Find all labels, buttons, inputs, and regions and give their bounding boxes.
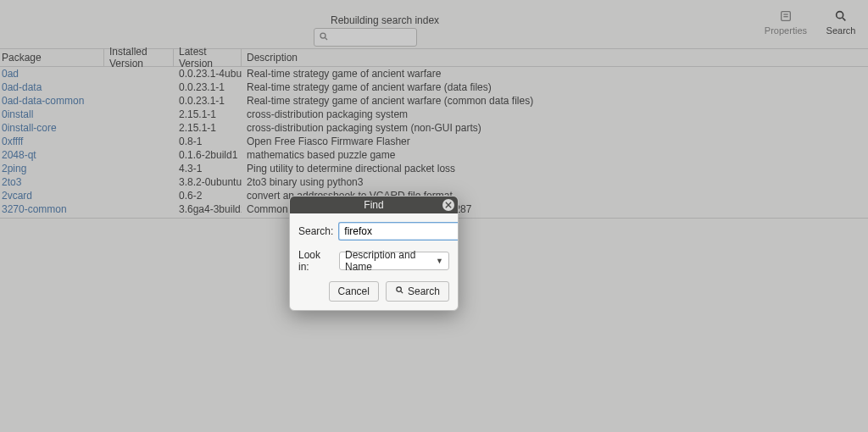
svg-point-9 xyxy=(397,287,402,292)
lookin-select[interactable]: Description and Name ▼ xyxy=(339,252,449,270)
dialog-titlebar[interactable]: Find xyxy=(290,197,458,213)
search-field-label: Search: xyxy=(298,225,333,237)
lookin-value: Description and Name xyxy=(345,249,436,273)
cancel-button[interactable]: Cancel xyxy=(329,281,379,302)
svg-line-10 xyxy=(401,291,403,293)
cancel-label: Cancel xyxy=(338,285,370,297)
search-submit-label: Search xyxy=(408,285,440,297)
lookin-field-label: Look in: xyxy=(298,249,334,273)
search-icon xyxy=(395,285,404,297)
search-input[interactable] xyxy=(338,222,459,241)
dialog-title-label: Find xyxy=(364,199,383,211)
search-submit-button[interactable]: Search xyxy=(386,281,449,302)
find-dialog: Find Search: ▼ Look in: Description and … xyxy=(289,196,459,311)
chevron-down-icon: ▼ xyxy=(436,257,443,265)
close-icon[interactable] xyxy=(442,199,454,211)
